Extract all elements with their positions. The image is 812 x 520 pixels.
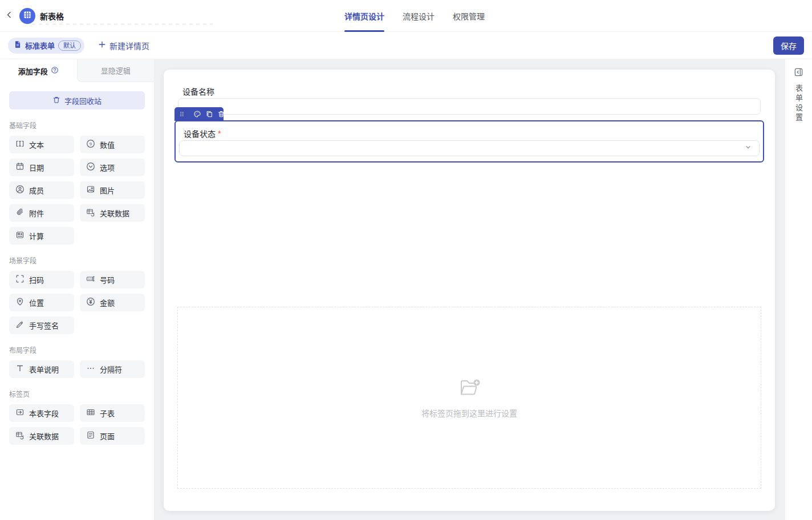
tab-dropzone[interactable]: 将标签页拖到这里进行设置: [177, 307, 761, 489]
save-button[interactable]: 保存: [773, 36, 804, 55]
field-item-label: 子表: [100, 408, 115, 419]
device-status-select[interactable]: [179, 140, 760, 156]
form-toolbar: 标准表单 默认 新建详情页 保存: [0, 32, 812, 59]
number-input-icon: 123: [86, 274, 95, 285]
section-title-scene-fields: 场景字段: [9, 255, 145, 265]
field-label-device-status: 设备状态: [184, 128, 216, 139]
field-item-image[interactable]: 图片: [80, 181, 145, 199]
chevron-left-icon: [5, 10, 14, 22]
tab-detail-page-design[interactable]: 详情页设计: [344, 0, 384, 32]
field-item-label: 日期: [29, 162, 44, 173]
field-item-linked-data-tab[interactable]: 关联数据: [9, 427, 74, 445]
default-badge: 默认: [58, 40, 81, 51]
linked-data-icon: [86, 208, 95, 218]
device-name-input[interactable]: [178, 98, 761, 115]
number-icon: 9: [86, 139, 95, 150]
tab-flow-design[interactable]: 流程设计: [403, 0, 435, 32]
field-item-calculation[interactable]: 计算: [9, 227, 74, 245]
field-item-label: 关联数据: [100, 208, 129, 218]
sidebar-tabs: 添加字段 显隐逻辑: [0, 59, 154, 82]
form-pill-label: 标准表单: [25, 40, 55, 51]
new-detail-page-label: 新建详情页: [109, 40, 149, 51]
field-label-device-name: 设备名称: [182, 86, 214, 97]
field-item-location[interactable]: 位置: [9, 294, 74, 311]
app-header: 新表格 详情页设计 流程设计 权限管理: [0, 0, 812, 32]
scene-fields-grid: 扫码 123 号码 位置 金额 手写签名: [9, 271, 145, 334]
field-recycle-bin-label: 字段回收站: [64, 95, 102, 106]
field-item-label: 本表字段: [29, 408, 59, 419]
title-underline-dots: [32, 23, 213, 25]
field-item-member[interactable]: 成员: [9, 181, 74, 199]
drag-handle-icon[interactable]: [178, 111, 185, 117]
page-icon: [86, 430, 95, 441]
field-item-date[interactable]: 1 日期: [9, 159, 74, 176]
selected-field-device-status[interactable]: 设备状态 *: [174, 120, 764, 162]
standard-form-pill[interactable]: 标准表单 默认: [8, 38, 84, 54]
new-detail-page-button[interactable]: 新建详情页: [98, 40, 149, 51]
field-item-money[interactable]: 金额: [80, 294, 145, 311]
section-title-tab-pages: 标签页: [9, 389, 145, 399]
dropzone-hint-text: 将标签页拖到这里进行设置: [421, 407, 517, 419]
svg-text:123: 123: [88, 278, 92, 281]
section-title-layout-fields: 布局字段: [9, 345, 145, 355]
field-item-label: 位置: [29, 297, 44, 308]
field-item-signature[interactable]: 手写签名: [9, 316, 74, 334]
field-item-number[interactable]: 9 数值: [80, 136, 145, 153]
field-label-row: 设备状态 *: [184, 128, 221, 139]
field-item-label: 分隔符: [100, 364, 122, 375]
field-item-divider[interactable]: 分隔符: [80, 360, 145, 378]
field-item-option[interactable]: 选项: [80, 159, 145, 176]
svg-text:1: 1: [19, 166, 21, 169]
field-item-label: 选项: [100, 162, 115, 173]
plus-icon: [98, 40, 106, 50]
field-item-phone-number[interactable]: 123 号码: [80, 271, 145, 289]
scan-icon: [15, 274, 25, 285]
text-icon: [15, 139, 25, 150]
copy-icon[interactable]: [205, 110, 213, 118]
field-item-label: 成员: [29, 185, 44, 196]
tab-permission-management[interactable]: 权限管理: [453, 0, 485, 32]
field-item-linked-data[interactable]: 关联数据: [80, 204, 145, 222]
signature-icon: [15, 320, 25, 331]
subtable-icon: [86, 408, 95, 419]
palette-icon[interactable]: [193, 110, 201, 118]
field-item-subtable[interactable]: 子表: [80, 404, 145, 422]
folder-add-icon: [457, 377, 481, 400]
form-designer-app: 新表格 详情页设计 流程设计 权限管理 标准表单 默认 新建详情页 保存: [0, 0, 812, 520]
field-item-scan[interactable]: 扫码: [9, 271, 74, 289]
form-canvas[interactable]: 设备名称 设备状态 *: [164, 70, 775, 511]
field-item-label: 扫码: [29, 274, 44, 285]
tab-pages-grid: 本表字段 子表 关联数据 页面: [9, 404, 145, 445]
field-item-label: 关联数据: [29, 430, 59, 441]
field-item-page[interactable]: 页面: [80, 427, 145, 445]
location-icon: [15, 297, 25, 308]
field-item-label: 计算: [29, 230, 44, 241]
field-item-label: 数值: [100, 139, 115, 150]
image-icon: [86, 185, 95, 196]
field-item-label: 图片: [100, 185, 115, 196]
option-icon: [86, 162, 95, 173]
document-icon: [14, 40, 22, 51]
panel-collapse-icon[interactable]: [793, 66, 805, 78]
field-item-this-table-fields[interactable]: 本表字段: [9, 404, 74, 422]
field-item-label: 附件: [29, 208, 44, 218]
delete-field-icon[interactable]: [217, 110, 225, 118]
field-item-attachment[interactable]: 附件: [9, 204, 74, 222]
page-title[interactable]: 新表格: [40, 10, 64, 22]
help-circle-icon[interactable]: [51, 66, 59, 76]
text-t-icon: [15, 364, 25, 375]
header-left: 新表格: [3, 0, 64, 32]
sidebar-tab-add-field[interactable]: 添加字段: [0, 59, 77, 82]
back-button[interactable]: [3, 10, 15, 22]
field-item-form-description[interactable]: 表单说明: [9, 360, 74, 378]
calculator-icon: [15, 230, 25, 241]
field-item-label: 金额: [100, 297, 115, 308]
sidebar-tab-visibility-logic[interactable]: 显隐逻辑: [77, 59, 155, 82]
field-recycle-bin-button[interactable]: 字段回收站: [9, 91, 145, 109]
trash-icon: [52, 96, 60, 105]
field-palette-sidebar: 添加字段 显隐逻辑 字段回收站 基础字段 文本: [0, 59, 154, 520]
form-settings-label[interactable]: 表单设置: [793, 84, 804, 123]
field-item-text[interactable]: 文本: [9, 136, 74, 153]
header-tabs: 详情页设计 流程设计 权限管理: [344, 0, 485, 32]
svg-text:9: 9: [90, 141, 92, 147]
